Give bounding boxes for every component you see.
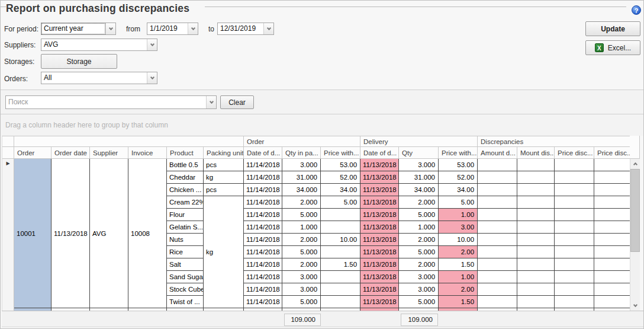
cell-o-qty[interactable]: 34.000 [282, 184, 321, 196]
cell-price-disc-1[interactable] [555, 221, 594, 234]
cell-d-date[interactable]: 11/13/2018 [360, 258, 399, 271]
cell-mount-disc[interactable] [517, 196, 555, 209]
cell-o-price[interactable] [321, 296, 360, 308]
cell-amount-disc[interactable] [478, 283, 517, 296]
cell-product[interactable]: Rice [167, 246, 204, 258]
cell-product[interactable]: Twist of ... [167, 296, 204, 308]
cell-o-price[interactable] [321, 246, 360, 258]
cell-amount-disc[interactable] [478, 221, 517, 234]
cell-o-qty[interactable]: 2.000 [282, 234, 321, 246]
cell-d-qty[interactable]: 2.000 [399, 234, 439, 246]
cell-unit[interactable]: pcs [204, 159, 244, 171]
cell-o-price[interactable] [321, 271, 360, 283]
cell-amount-disc[interactable] [478, 296, 517, 308]
cell-o-price[interactable] [321, 221, 360, 234]
cell-price-disc-2[interactable] [594, 209, 630, 221]
from-date-select[interactable]: 1/1/2019 [147, 23, 198, 35]
search-input[interactable]: Поиск [5, 95, 217, 109]
cell-price-disc-2[interactable] [594, 296, 630, 308]
cell-price-disc-2[interactable] [594, 283, 630, 296]
cell-d-date[interactable]: 11/13/2018 [360, 184, 399, 196]
cell-price-disc-2[interactable] [594, 221, 630, 234]
cell-amount-disc[interactable] [478, 171, 517, 184]
cell-d-date[interactable]: 11/13/2018 [360, 246, 399, 258]
cell-d-qty[interactable]: 3.000 [399, 283, 439, 296]
cell-o-price[interactable]: 1.50 [321, 258, 360, 271]
storage-button[interactable]: Storage [41, 54, 117, 69]
cell-mount-disc[interactable] [517, 246, 555, 258]
cell-amount-disc[interactable] [478, 184, 517, 196]
cell-o-qty[interactable]: 3.000 [282, 159, 321, 171]
cell-price-disc-2[interactable] [594, 271, 630, 283]
cell-o-date[interactable]: 11/14/2018 [244, 296, 282, 308]
cell-o-price[interactable]: 53.00 [321, 159, 360, 171]
cell-o-qty[interactable]: 2.000 [282, 196, 321, 209]
cell-product[interactable]: Flour [167, 209, 204, 221]
cell-d-qty[interactable]: 3.000 [399, 271, 439, 283]
cell-o-qty[interactable]: 3.000 [282, 283, 321, 296]
cell-d-date[interactable]: 11/13/2018 [360, 221, 399, 234]
cell-price-disc-1[interactable] [555, 159, 594, 171]
column-header-packing-unit[interactable]: Packing unit [204, 147, 244, 159]
cell-amount-disc[interactable] [478, 234, 517, 246]
cell-o-qty[interactable]: 5.000 [282, 209, 321, 221]
cell-d-qty[interactable]: 5.000 [399, 209, 439, 221]
cell-o-qty[interactable]: 5.000 [282, 296, 321, 308]
cell-d-date[interactable]: 11/13/2018 [360, 171, 399, 184]
column-header-order[interactable]: Order [14, 147, 51, 159]
cell-o-price[interactable]: 52.00 [321, 171, 360, 184]
scroll-down-button[interactable] [630, 301, 640, 311]
cell-mount-disc[interactable] [517, 258, 555, 271]
period-dropdown-button[interactable] [105, 23, 115, 34]
cell-d-price[interactable]: 2.00 [439, 246, 478, 258]
cell-o-date[interactable]: 11/14/2018 [244, 209, 282, 221]
cell-amount-disc[interactable] [478, 246, 517, 258]
cell-d-price[interactable]: 1.00 [439, 209, 478, 221]
cell-product[interactable]: Cream 22% [167, 196, 204, 209]
cell-o-qty[interactable]: 1.000 [282, 221, 321, 234]
cell-d-qty[interactable]: 3.000 [399, 159, 439, 171]
cell-o-date[interactable]: 11/14/2018 [244, 234, 282, 246]
column-header-amount-disc[interactable]: Amount d... [478, 147, 517, 159]
column-header-delivery-price[interactable]: Price with... [439, 147, 478, 159]
cell-o-date[interactable]: 11/14/2018 [244, 271, 282, 283]
clear-button[interactable]: Clear [220, 95, 254, 109]
cell-o-price[interactable]: 5.00 [321, 196, 360, 209]
cell-o-date[interactable]: 11/14/2018 [244, 283, 282, 296]
suppliers-dropdown-button[interactable] [147, 39, 157, 50]
cell-d-price[interactable]: 2.00 [439, 283, 478, 296]
cell-product[interactable]: Chicken ... [167, 184, 204, 196]
column-header-order-date-of-delivery[interactable]: Date of d... [244, 147, 282, 159]
column-header-invoice[interactable]: Invoice [128, 147, 167, 159]
group-by-area[interactable]: Drag a column header here to group by th… [1, 114, 644, 136]
excel-button[interactable]: X Excel... [585, 40, 640, 55]
period-select[interactable]: Current year [41, 23, 116, 35]
cell-price-disc-1[interactable] [555, 184, 594, 196]
cell-price-disc-2[interactable] [594, 234, 630, 246]
column-header-order-qty[interactable]: Qty in pa... [282, 147, 321, 159]
help-icon[interactable]: ? [632, 5, 641, 15]
cell-unit[interactable]: kg [204, 171, 244, 184]
column-header-price-disc-1[interactable]: Price disc... [555, 147, 594, 159]
cell-product[interactable]: Salt [167, 258, 204, 271]
cell-o-date[interactable]: 11/14/2018 [244, 221, 282, 234]
cell-price-disc-1[interactable] [555, 258, 594, 271]
column-header-product[interactable]: Product [167, 147, 204, 159]
band-discrepancies[interactable]: Discrepancies [478, 136, 630, 147]
cell-price-disc-1[interactable] [555, 296, 594, 308]
cell-o-date[interactable]: 11/14/2018 [244, 196, 282, 209]
column-header-delivery-qty[interactable]: Qty [399, 147, 439, 159]
cell-product[interactable]: Stock Cube [167, 283, 204, 296]
cell-price-disc-1[interactable] [555, 271, 594, 283]
row-selector-cell[interactable]: ▶ [2, 159, 14, 308]
band-order[interactable]: Order [244, 136, 360, 147]
cell-d-price[interactable]: 3.00 [439, 221, 478, 234]
cell-price-disc-2[interactable] [594, 184, 630, 196]
cell-d-qty[interactable]: 2.000 [399, 258, 439, 271]
cell-order-date[interactable]: 11/13/2018 [51, 159, 90, 308]
cell-mount-disc[interactable] [517, 296, 555, 308]
cell-price-disc-1[interactable] [555, 234, 594, 246]
cell-amount-disc[interactable] [478, 196, 517, 209]
table-row[interactable]: ▶ 10001 11/13/2018 AVG 10008 Bottle 0.5 … [2, 159, 630, 171]
band-delivery[interactable]: Delivery [360, 136, 478, 147]
